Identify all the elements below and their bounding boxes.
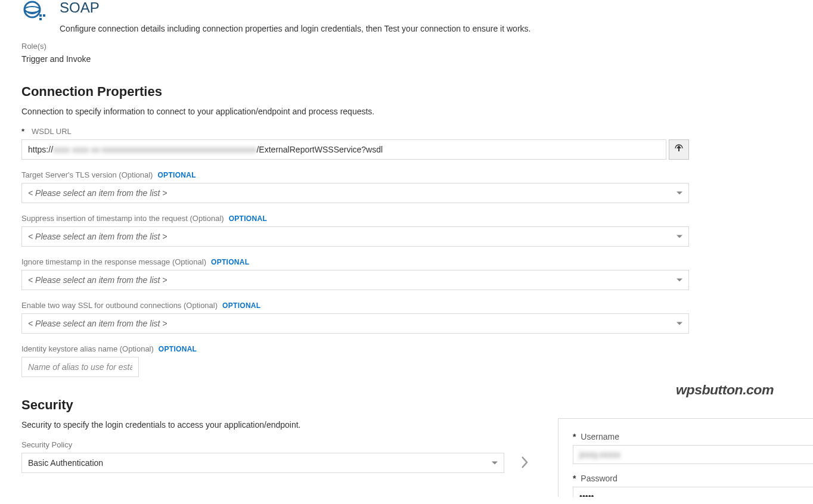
username-label: Username: [581, 432, 619, 441]
tls-version-label: Target Server's TLS version (Optional): [21, 170, 153, 179]
watermark: wpsbutton.com: [676, 382, 774, 398]
page-description: Configure connection details including c…: [60, 24, 813, 33]
roles-label: Role(s): [21, 42, 813, 51]
svg-rect-2: [39, 14, 42, 17]
connection-properties-heading: Connection Properties: [21, 84, 813, 99]
chevron-down-icon: [677, 235, 682, 238]
password-input[interactable]: •••••: [573, 487, 813, 497]
required-indicator: *: [573, 474, 576, 483]
select-placeholder: < Please select an item from the list >: [28, 232, 167, 241]
ignore-timestamp-label: Ignore timestamp in the response message…: [21, 257, 206, 266]
credentials-panel: * Username jxxxy.xxxxx * Password •••••: [558, 418, 813, 497]
tls-version-select[interactable]: < Please select an item from the list >: [21, 183, 689, 203]
select-placeholder: < Please select an item from the list >: [28, 319, 167, 328]
wsdl-upload-button[interactable]: [669, 139, 689, 160]
select-placeholder: < Please select an item from the list >: [28, 188, 167, 198]
page-title: SOAP: [60, 0, 813, 15]
optional-tag: OPTIONAL: [157, 171, 196, 179]
required-indicator: *: [573, 432, 576, 441]
wsdl-url-label: WSDL URL: [32, 127, 72, 136]
suppress-timestamp-select[interactable]: < Please select an item from the list >: [21, 226, 689, 247]
roles-value: Trigger and Invoke: [21, 54, 813, 64]
chevron-right-icon: [520, 456, 529, 471]
optional-tag: OPTIONAL: [229, 214, 267, 223]
security-policy-value: Basic Authentication: [28, 458, 103, 468]
wsdl-url-input[interactable]: https:// xxxx xxxx xx-xxxxxxxxxxxxxxxxxx…: [21, 139, 666, 160]
chevron-down-icon: [677, 192, 682, 195]
svg-rect-3: [43, 14, 45, 17]
wsdl-url-prefix: https://: [28, 145, 53, 154]
optional-tag: OPTIONAL: [211, 258, 249, 266]
optional-tag: OPTIONAL: [159, 345, 197, 353]
expand-credentials-button[interactable]: [517, 456, 532, 470]
suppress-timestamp-label: Suppress insertion of timestamp into the…: [21, 214, 224, 223]
optional-tag: OPTIONAL: [222, 301, 260, 310]
chevron-down-icon: [677, 279, 682, 282]
chevron-down-icon: [677, 322, 682, 325]
twoway-ssl-label: Enable two way SSL for outbound connecti…: [21, 301, 218, 310]
svg-point-0: [24, 2, 40, 17]
soap-icon: [21, 0, 48, 21]
connection-properties-description: Connection to specify information to con…: [21, 107, 813, 116]
security-policy-label: Security Policy: [21, 440, 72, 449]
svg-rect-4: [39, 18, 42, 20]
twoway-ssl-select[interactable]: < Please select an item from the list >: [21, 313, 689, 334]
keystore-alias-input[interactable]: [21, 357, 139, 377]
select-placeholder: < Please select an item from the list >: [28, 275, 167, 285]
wsdl-url-host-redacted: xxxx xxxx xx-xxxxxxxxxxxxxxxxxxxxxxxxxxx…: [53, 145, 256, 154]
upload-icon: [674, 144, 684, 155]
security-heading: Security: [21, 397, 813, 413]
username-value-redacted: jxxxy.xxxxx: [579, 450, 620, 459]
security-policy-select[interactable]: Basic Authentication: [21, 453, 504, 473]
password-label: Password: [581, 474, 617, 483]
ignore-timestamp-select[interactable]: < Please select an item from the list >: [21, 270, 689, 290]
chevron-down-icon: [492, 462, 498, 465]
required-indicator: *: [21, 127, 24, 136]
username-input[interactable]: jxxxy.xxxxx: [573, 445, 813, 464]
wsdl-url-suffix: /ExternalReportWSSService?wsdl: [256, 145, 383, 154]
keystore-alias-label: Identity keystore alias name (Optional): [21, 344, 154, 353]
password-value-masked: •••••: [579, 491, 594, 497]
